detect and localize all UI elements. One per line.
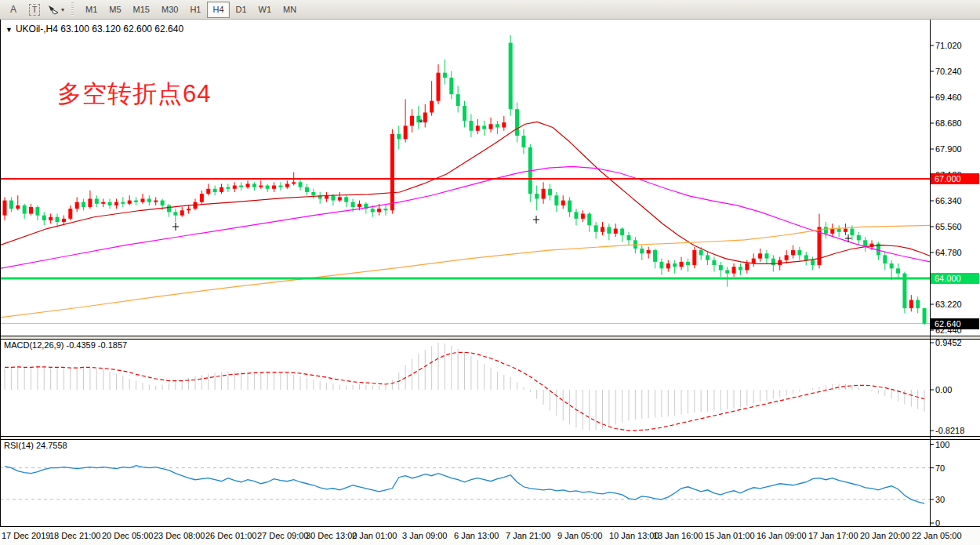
axis-tick-label: 71.020 (935, 41, 962, 50)
time-tick-label: 20 Jan 20:00 (860, 531, 910, 540)
timeframe-button-d1[interactable]: D1 (230, 2, 252, 18)
axis-tick-label: 66.340 (935, 196, 962, 205)
time-tick-label: 18 Dec 21:00 (49, 531, 100, 540)
axis-tick-label: 70 (935, 463, 945, 473)
axis-tick-label: 70.240 (935, 67, 962, 76)
object-tools: AT▾ (4, 1, 67, 18)
chart-collapse-icon[interactable]: ▼ (5, 26, 13, 34)
time-tick-label: 17 Dec 2019 (2, 531, 50, 540)
time-tick-label: 27 Dec 09:00 (257, 531, 308, 540)
time-tick-label: 15 Jan 01:00 (705, 531, 755, 540)
dropdown-caret-icon: ▾ (61, 6, 64, 13)
arrows-tool-icon (47, 4, 60, 15)
timeframe-button-mn[interactable]: MN (278, 2, 302, 18)
time-tick-label: 3 Jan 09:00 (402, 531, 448, 540)
axis-tick-label: 0.9452 (935, 338, 962, 347)
time-tick-label: 23 Dec 08:00 (154, 531, 205, 540)
time-scale[interactable]: 17 Dec 201918 Dec 21:0020 Dec 05:0023 De… (0, 527, 980, 545)
price-level-label: 67.000 (931, 173, 979, 184)
mt4-window: AT▾ M1M5M15M30H1H4D1W1MN * ▼UKOil-,H4 63… (0, 0, 980, 545)
symbol-ohlc-text: UKOil-,H4 63.100 63.120 62.600 62.640 (16, 24, 183, 35)
axis-tick-label: 0.00 (935, 385, 952, 394)
toolbar-grip[interactable] (70, 2, 76, 16)
time-tick-label: 2 Jan 01:00 (352, 531, 397, 540)
time-tick-label: 17 Jan 17:00 (808, 531, 858, 540)
time-tick-label: 30 Dec 13:00 (306, 531, 357, 540)
axis-tick-label: 30 (935, 495, 945, 504)
timeframe-button-m30[interactable]: M30 (156, 2, 183, 18)
price-level-label: 62.640 (931, 318, 979, 329)
axis-tick-label: 100 (935, 440, 949, 449)
axis-tick-label: 63.220 (935, 300, 962, 309)
price-level-label: 64.000 (931, 273, 979, 284)
axis-tick-label: 68.680 (935, 118, 962, 128)
time-tick-label: 22 Jan 05:00 (912, 531, 962, 540)
timeframe-button-m5[interactable]: M5 (103, 2, 126, 18)
timeframe-button-h4[interactable]: H4 (207, 2, 229, 18)
chart-annotation-text: 多空转折点64 (57, 78, 211, 111)
axis-tick-label: 64.780 (935, 248, 962, 257)
rsi-indicator-label: RSI(14) 24.7558 (4, 441, 67, 450)
time-tick-label: 10 Jan 13:00 (609, 531, 659, 540)
timeframe-button-w1[interactable]: W1 (253, 2, 278, 18)
axis-tick-label: 65.560 (935, 222, 962, 231)
timeframe-button-h1[interactable]: H1 (184, 2, 206, 18)
svg-text:*: * (419, 118, 423, 129)
axis-tick-label: -0.8218 (935, 426, 964, 435)
time-tick-label: 9 Jan 05:00 (557, 531, 603, 540)
axis-tick-label: 67.900 (935, 144, 962, 154)
time-tick-label: 7 Jan 21:00 (506, 531, 551, 540)
time-tick-label: 13 Jan 16:00 (653, 531, 703, 540)
time-tick-label: 16 Jan 09:00 (757, 531, 807, 540)
time-tick-label: 6 Jan 13:00 (454, 531, 499, 540)
text-tool-button[interactable]: T (25, 1, 44, 18)
axis-tick-label: 69.460 (935, 93, 962, 102)
timeframe-bar: M1M5M15M30H1H4D1W1MN (80, 2, 303, 18)
time-tick-label: 26 Dec 01:00 (205, 531, 256, 540)
toolbar: AT▾ M1M5M15M30H1H4D1W1MN (0, 0, 980, 20)
arrows-tool-button[interactable]: ▾ (46, 1, 65, 18)
text-tool-icon: T (29, 4, 41, 16)
timeframe-button-m15[interactable]: M15 (128, 2, 155, 18)
symbol-title: ▼UKOil-,H4 63.100 63.120 62.600 62.640 (5, 24, 183, 35)
timeframe-button-m1[interactable]: M1 (80, 2, 103, 18)
price-scale[interactable]: 71.02070.24069.46068.68067.90067.12066.3… (931, 20, 980, 527)
font-tool-button[interactable]: A (4, 1, 23, 18)
macd-indicator-label: MACD(12,26,9) -0.4359 -0.1857 (4, 340, 127, 350)
time-tick-label: 20 Dec 05:00 (102, 531, 153, 540)
